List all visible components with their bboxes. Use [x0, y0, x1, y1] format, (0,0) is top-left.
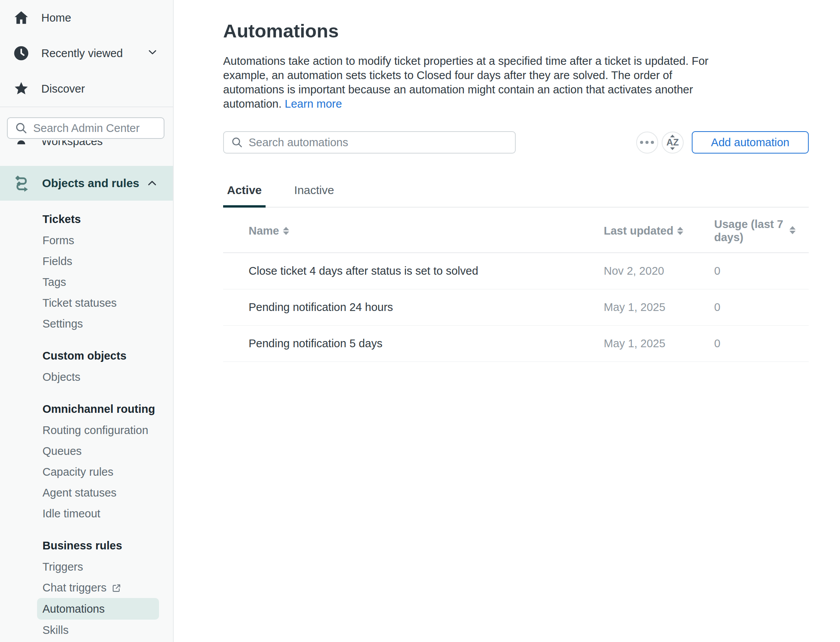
column-header-name[interactable]: Name — [223, 208, 604, 253]
sidebar-item-settings[interactable]: Settings — [42, 313, 173, 334]
column-label: Usage (last 7 days) — [714, 218, 784, 244]
sidebar-item-home[interactable]: Home — [0, 0, 173, 35]
automations-search-input[interactable] — [249, 136, 508, 149]
tabs: Active Inactive — [223, 184, 809, 208]
group-heading-omnichannel-routing: Omnichannel routing — [42, 398, 173, 420]
table-row[interactable]: Pending notification 5 days May 1, 2025 … — [223, 326, 809, 362]
group-heading-custom-objects: Custom objects — [42, 345, 173, 367]
sidebar-item-routing-configuration[interactable]: Routing configuration — [42, 420, 173, 441]
learn-more-link[interactable]: Learn more — [285, 98, 342, 110]
chevron-down-icon — [147, 46, 158, 61]
sort-az-label: AZ — [666, 138, 679, 147]
route-icon — [13, 174, 31, 193]
sidebar-item-agent-statuses[interactable]: Agent statuses — [42, 482, 173, 503]
empty-cell — [789, 289, 809, 326]
automation-last-updated: Nov 2, 2020 — [604, 253, 714, 289]
sort-az-icon: AZ — [666, 135, 679, 150]
sidebar-item-triggers[interactable]: Triggers — [42, 556, 173, 577]
table-header-row: Name Last updated Usage (last 7 days) — [223, 208, 809, 253]
sort-icon — [789, 226, 796, 234]
column-label: Last updated — [604, 224, 673, 237]
automation-last-updated: May 1, 2025 — [604, 326, 714, 362]
sidebar-item-automations[interactable]: Automations — [37, 598, 159, 620]
automation-name[interactable]: Pending notification 24 hours — [223, 289, 604, 326]
clock-icon — [13, 45, 30, 62]
admin-search-box — [7, 117, 164, 139]
sidebar-item-label: Workspaces — [41, 140, 103, 148]
empty-cell — [789, 253, 809, 289]
column-label: Name — [249, 224, 279, 237]
sidebar-item-skills[interactable]: Skills — [42, 620, 173, 640]
sidebar-item-ticket-statuses[interactable]: Ticket statuses — [42, 292, 173, 313]
sidebar-item-queues[interactable]: Queues — [42, 441, 173, 461]
sidebar-item-label: Home — [41, 12, 71, 24]
column-header-last-updated[interactable]: Last updated — [604, 208, 714, 253]
sidebar-item-workspaces[interactable]: Workspaces — [0, 140, 173, 153]
automation-last-updated: May 1, 2025 — [604, 289, 714, 326]
sidebar-item-capacity-rules[interactable]: Capacity rules — [42, 461, 173, 482]
automation-name[interactable]: Pending notification 5 days — [223, 326, 604, 362]
admin-search-input[interactable] — [33, 122, 157, 135]
sidebar-section-label: Objects and rules — [42, 177, 139, 190]
empty-cell — [789, 326, 809, 362]
group-heading-business-rules: Business rules — [42, 535, 173, 556]
page-description: Automations take action to modify ticket… — [223, 54, 710, 111]
page-title: Automations — [223, 20, 809, 42]
ellipsis-icon — [640, 141, 654, 144]
column-header-usage[interactable]: Usage (last 7 days) — [714, 208, 789, 253]
automation-usage: 0 — [714, 326, 789, 362]
sort-icon — [283, 227, 289, 235]
star-icon — [13, 80, 30, 97]
sidebar-item-label: Recently viewed — [41, 47, 123, 60]
sidebar-item-objects[interactable]: Objects — [42, 367, 173, 387]
automation-usage: 0 — [714, 253, 789, 289]
sidebar-item-idle-timeout[interactable]: Idle timeout — [42, 503, 173, 524]
chevron-up-icon — [146, 177, 158, 189]
table-row[interactable]: Pending notification 24 hours May 1, 202… — [223, 289, 809, 326]
toolbar: AZ Add automation — [223, 131, 809, 154]
sidebar-item-chat-triggers[interactable]: Chat triggers — [42, 577, 173, 598]
tab-active[interactable]: Active — [223, 184, 266, 208]
table-row[interactable]: Close ticket 4 days after status is set … — [223, 253, 809, 289]
column-header-usage-sort[interactable] — [789, 208, 809, 253]
sidebar: Home Recently viewed Discover — [0, 0, 174, 642]
workspaces-icon — [13, 140, 30, 150]
home-icon — [13, 9, 30, 26]
more-options-button[interactable] — [636, 132, 658, 154]
sort-az-button[interactable]: AZ — [662, 132, 684, 154]
sidebar-scroll-area: Workspaces — [0, 140, 173, 153]
sidebar-item-label: Chat triggers — [42, 577, 107, 598]
sidebar-item-label: Discover — [41, 83, 85, 95]
sidebar-item-discover[interactable]: Discover — [0, 71, 173, 106]
main-content: Automations Automations take action to m… — [174, 0, 840, 642]
search-icon — [15, 122, 28, 135]
search-icon — [231, 136, 243, 149]
sidebar-item-tags[interactable]: Tags — [42, 272, 173, 292]
sidebar-item-recently-viewed[interactable]: Recently viewed — [0, 35, 173, 71]
automations-table: Name Last updated Usage (last 7 days) — [223, 208, 809, 362]
sidebar-subnav: Tickets Forms Fields Tags Ticket statuse… — [0, 201, 173, 640]
add-automation-button[interactable]: Add automation — [692, 131, 809, 154]
sort-icon — [677, 227, 683, 235]
automations-search-box — [223, 131, 516, 154]
automation-name[interactable]: Close ticket 4 days after status is set … — [223, 253, 604, 289]
sidebar-item-fields[interactable]: Fields — [42, 251, 173, 272]
automation-usage: 0 — [714, 289, 789, 326]
sidebar-section-objects-and-rules[interactable]: Objects and rules — [0, 166, 173, 201]
group-heading-tickets: Tickets — [42, 208, 173, 230]
tab-inactive[interactable]: Inactive — [290, 184, 338, 208]
sidebar-item-forms[interactable]: Forms — [42, 230, 173, 251]
external-link-icon — [111, 583, 122, 593]
